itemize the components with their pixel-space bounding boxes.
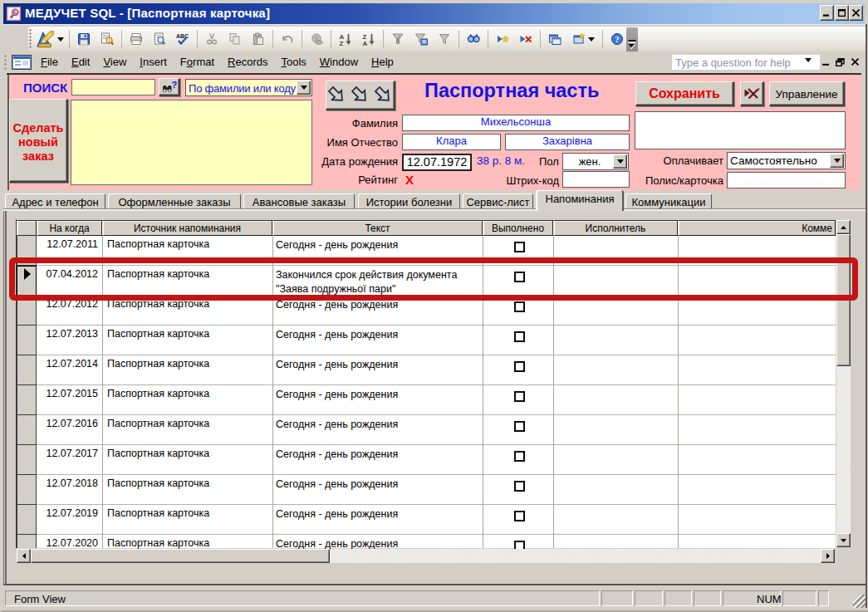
svg-text:Z: Z xyxy=(340,40,344,47)
svg-text:?: ? xyxy=(615,35,620,44)
svg-text:?: ? xyxy=(172,81,178,90)
svg-text:A: A xyxy=(363,40,368,47)
